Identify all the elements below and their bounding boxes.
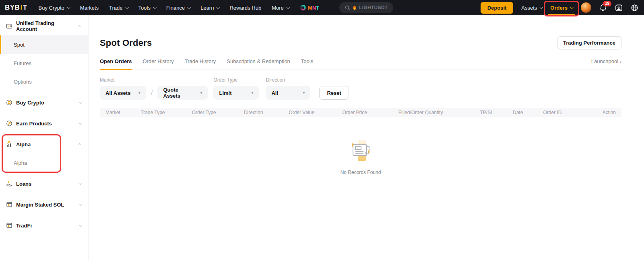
sidebar-item-spot[interactable]: Spot [0, 35, 88, 54]
nav-tools[interactable]: Tools [138, 0, 156, 15]
nav-trade[interactable]: Trade [109, 0, 128, 15]
nav-assets[interactable]: Assets [521, 0, 542, 15]
globe-icon [631, 4, 638, 12]
chevron-down-icon [188, 6, 191, 9]
logo-text-2: T [23, 4, 27, 12]
search-icon [345, 5, 350, 10]
sidebar-item-options[interactable]: Options [0, 72, 88, 91]
direction-filter-label: Direction [266, 77, 310, 83]
deposit-button[interactable]: Deposit [481, 2, 514, 14]
tab-trade-history[interactable]: Trade History [185, 58, 216, 70]
sidebar: Unified Trading Account Spot Futures Opt… [0, 15, 89, 260]
sidebar-item-buy-crypto[interactable]: Buy Crypto [0, 93, 88, 112]
col-market: Market [105, 110, 140, 115]
col-filled-order-quantity: Filled/Order Quantity [398, 110, 480, 115]
sidebar-item-margin-staked-sol[interactable]: Margin Staked SOL [0, 195, 88, 214]
tabs-bar: Open Orders Order History Trade History … [100, 58, 621, 70]
chevron-down-icon [125, 6, 128, 9]
chevron-up-icon [78, 25, 81, 28]
sidebar-item-unified-trading-account[interactable]: Unified Trading Account [0, 17, 88, 35]
language-button[interactable] [631, 4, 638, 12]
order-type-filter-label: Order Type [213, 77, 259, 83]
launchpool-link[interactable]: Launchpool › [591, 58, 621, 70]
chevron-down-icon [286, 6, 289, 9]
direction-select[interactable]: All▼ [266, 86, 310, 100]
nav-learn[interactable]: Learn [200, 0, 219, 15]
alpha-chart-icon [6, 141, 12, 147]
sidebar-item-alpha[interactable]: Alpha [0, 135, 88, 154]
chevron-down-icon [78, 223, 82, 227]
market-filter-label: Market [100, 77, 146, 83]
chevron-down-icon [78, 203, 82, 206]
dropdown-triangle-icon: ▼ [200, 91, 203, 95]
search-placeholder: LIGHTUSDT [359, 5, 388, 10]
search-input[interactable]: LIGHTUSDT [339, 2, 393, 13]
col-date: Date [513, 110, 543, 115]
sidebar-item-alpha-sub[interactable]: Alpha [0, 154, 88, 172]
account-card-icon [6, 23, 12, 29]
main-content: Spot Orders Trading Performance Open Ord… [89, 15, 644, 260]
col-action: Action [603, 110, 616, 115]
sidebar-item-earn-products[interactable]: Earn Products [0, 114, 88, 133]
avatar[interactable] [581, 2, 591, 13]
nav-finance[interactable]: Finance [166, 0, 190, 15]
tab-subscription-redemption[interactable]: Subscription & Redemption [227, 58, 290, 70]
tab-tools[interactable]: Tools [301, 58, 313, 70]
dropdown-triangle-icon: ▼ [138, 91, 141, 95]
chevron-down-icon [78, 100, 82, 104]
col-order-id: Order ID [543, 110, 603, 115]
base-asset-select[interactable]: All Assets▼ [100, 86, 146, 100]
chevron-down-icon [540, 6, 543, 9]
coin-icon [6, 99, 12, 106]
tab-order-history[interactable]: Order History [142, 58, 173, 70]
col-order-type: Order Type [192, 110, 244, 115]
orders-active-underline [548, 14, 575, 15]
pair-separator: / [151, 86, 153, 100]
quote-asset-select[interactable]: Quote Assets▼ [157, 86, 208, 100]
nav-markets[interactable]: Markets [80, 0, 99, 15]
trading-performance-button[interactable]: Trading Performance [557, 36, 621, 49]
loans-hand-icon [6, 180, 12, 187]
chevron-down-icon [78, 182, 82, 185]
empty-state: No Records Found [100, 138, 621, 175]
margin-card-icon [6, 201, 12, 208]
chevron-down-icon [153, 6, 156, 9]
notification-badge: 19 [603, 1, 611, 6]
dropdown-triangle-icon: ▼ [302, 91, 306, 95]
empty-state-message: No Records Found [341, 170, 381, 175]
col-direction: Direction [244, 110, 289, 115]
reset-button[interactable]: Reset [319, 86, 349, 100]
table-header-row: Market Trade Type Order Type Direction O… [100, 108, 621, 117]
col-trade-type: Trade Type [140, 110, 192, 115]
nav-rewards-hub[interactable]: Rewards Hub [229, 0, 261, 15]
tab-open-orders[interactable]: Open Orders [100, 58, 132, 70]
sidebar-item-tradfi[interactable]: TradFi [0, 216, 88, 235]
mnt-coin-icon [300, 5, 306, 10]
no-records-icon [347, 138, 374, 163]
nav-buy-crypto[interactable]: Buy Crypto [39, 0, 70, 15]
logo-accent: I [20, 4, 22, 12]
nav-mnt-token[interactable]: MNT [300, 0, 319, 15]
nav-more[interactable]: More [272, 0, 289, 15]
bybit-logo[interactable]: BYBIT [5, 4, 27, 12]
fire-icon [353, 5, 357, 10]
nav-orders[interactable]: Orders [550, 0, 573, 15]
chevron-down-icon [78, 121, 82, 125]
filters-bar: Market All Assets▼ / Quote Assets▼ Order… [100, 77, 621, 100]
download-app-button[interactable] [615, 4, 623, 12]
download-icon [615, 4, 623, 12]
notifications-button[interactable]: 19 [599, 4, 607, 12]
sidebar-group-alpha: Alpha Alpha [0, 135, 88, 172]
tradfi-card-icon [6, 222, 12, 229]
sidebar-item-futures[interactable]: Futures [0, 54, 88, 72]
page-title: Spot Orders [100, 38, 152, 48]
chevron-up-icon [78, 143, 81, 146]
order-type-select[interactable]: Limit▼ [213, 86, 259, 100]
col-order-value: Order Value [289, 110, 342, 115]
dropdown-triangle-icon: ▼ [251, 91, 254, 95]
chevron-down-icon [570, 6, 573, 9]
col-tp-sl: TP/SL [480, 110, 513, 115]
earn-icon [6, 120, 12, 127]
sidebar-item-loans[interactable]: Loans [0, 174, 88, 193]
top-navbar: BYBIT Buy Crypto Markets Trade Tools Fin… [0, 0, 644, 15]
